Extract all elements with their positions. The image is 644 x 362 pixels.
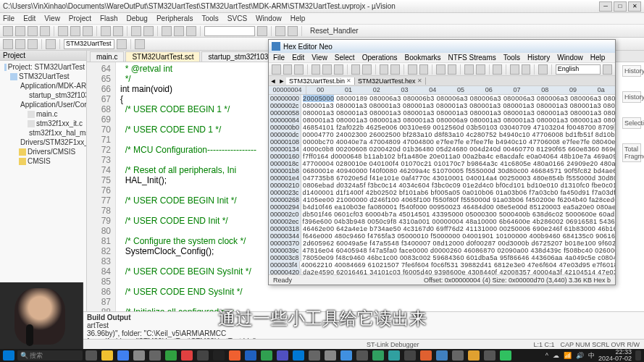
app-icon-8[interactable] <box>452 350 464 361</box>
paste-icon[interactable] <box>83 26 93 36</box>
keil-icon[interactable] <box>340 350 352 361</box>
tray-cloud-icon[interactable]: ☁ <box>553 352 559 359</box>
hex-grouping-icon[interactable] <box>448 64 457 75</box>
app-icon-2[interactable] <box>325 350 336 361</box>
hex-cut-icon[interactable] <box>311 64 321 75</box>
app-icon-9[interactable] <box>468 350 480 361</box>
nav-forward-icon[interactable] <box>143 26 154 36</box>
menu-tools[interactable]: Tools <box>202 14 219 22</box>
task-view-icon[interactable] <box>85 350 97 361</box>
hex-undo-icon[interactable] <box>351 64 361 75</box>
breakpoint-icon[interactable] <box>288 26 298 36</box>
menu-window[interactable]: Window <box>256 14 282 22</box>
tray-ime-icon[interactable]: 中 <box>588 351 595 361</box>
hex-layout2-icon[interactable] <box>522 64 531 75</box>
hex-menu-view[interactable]: View <box>311 54 327 62</box>
hex-menu-tools[interactable]: Tools <box>503 54 520 62</box>
github-icon[interactable] <box>213 350 225 361</box>
excel-icon[interactable] <box>261 350 272 361</box>
tree-item[interactable]: STM32UartTest <box>1 72 85 81</box>
menu-edit[interactable]: Edit <box>23 14 35 22</box>
word-icon[interactable] <box>245 350 256 361</box>
tray-chevron-icon[interactable]: ^ <box>545 352 548 359</box>
menu-file[interactable]: File <box>3 14 14 22</box>
find-combo[interactable] <box>204 26 255 36</box>
hex-neo-icon[interactable] <box>436 350 448 361</box>
redo-icon[interactable] <box>113 26 123 36</box>
target-options-icon[interactable] <box>117 39 127 49</box>
hex-new-icon[interactable] <box>272 64 281 75</box>
target-combo[interactable]: STM32UartTest <box>64 39 114 49</box>
tree-item[interactable]: Application/User/Core <box>1 100 85 109</box>
hex-menu-edit[interactable]: Edit <box>292 54 304 62</box>
build-icon[interactable] <box>3 39 13 49</box>
hex-menu-window[interactable]: Window <box>557 54 583 62</box>
tree-item[interactable]: Application/MDK-ARM <box>1 81 85 90</box>
system-tray[interactable]: ^ ☁ 📶 🔊 中 <box>545 351 595 361</box>
hex-columns-icon[interactable] <box>436 64 446 75</box>
menu-help[interactable]: Help <box>290 14 306 22</box>
hex-print-icon[interactable] <box>538 64 548 75</box>
menu-project[interactable]: Project <box>69 14 91 22</box>
save-icon[interactable] <box>28 26 38 36</box>
open-file-icon[interactable] <box>15 26 25 36</box>
undo-icon[interactable] <box>101 26 111 36</box>
close-icon[interactable]: ✕ <box>417 77 422 84</box>
cut-icon[interactable] <box>58 26 68 36</box>
hex-menu-bookmarks[interactable]: Bookmarks <box>405 54 441 62</box>
explorer-icon[interactable] <box>101 350 113 361</box>
chrome-icon[interactable] <box>181 350 193 361</box>
app-icon-7[interactable] <box>420 350 432 361</box>
hex-tab-hex[interactable]: STM32UartTest.hex✕ <box>355 77 426 85</box>
hex-history-panel-2[interactable]: History <box>622 91 641 103</box>
tree-item[interactable]: main.c <box>1 109 85 119</box>
vs-icon[interactable] <box>277 350 288 361</box>
rebuild-icon[interactable] <box>15 39 25 49</box>
app-icon-6[interactable] <box>404 350 416 361</box>
hex-encoding-combo[interactable]: English <box>556 64 601 75</box>
hex-copy-icon[interactable] <box>322 64 332 75</box>
new-file-icon[interactable] <box>3 26 13 36</box>
indent-icon[interactable] <box>174 26 184 36</box>
tree-item[interactable]: stm32f1xx_hal_msp.c <box>1 128 85 138</box>
wechat-icon[interactable] <box>165 350 177 361</box>
hex-menu-file[interactable]: File <box>273 54 285 62</box>
bookmark-icon[interactable] <box>162 26 172 36</box>
tree-item[interactable]: Drivers/CMSIS <box>1 147 85 156</box>
app-icon-10[interactable] <box>484 350 495 361</box>
maximize-button[interactable]: □ <box>614 1 627 12</box>
show-desktop-button[interactable] <box>635 350 641 361</box>
apple-icon[interactable] <box>149 350 161 361</box>
hex-tab-bin[interactable]: STM32UartTest.bin✕ <box>286 77 355 85</box>
hex-menu-ntfs[interactable]: NTFS Streams <box>448 54 496 62</box>
menu-view[interactable]: View <box>44 14 60 22</box>
copy-icon[interactable] <box>70 26 80 36</box>
hex-refresh-icon[interactable] <box>408 64 417 75</box>
hex-open-icon[interactable] <box>283 64 293 75</box>
app-icon-3[interactable] <box>356 350 368 361</box>
vscode-icon[interactable] <box>293 350 304 361</box>
outdent-icon[interactable] <box>186 26 196 36</box>
save-all-icon[interactable] <box>40 26 50 36</box>
hex-menu-operations[interactable]: Operations <box>362 54 398 62</box>
tree-item[interactable]: stm32f1xx_it.c <box>1 119 85 128</box>
taskbar-search[interactable]: 🔍 搜索 <box>17 350 83 361</box>
menu-flash[interactable]: Flash <box>100 14 117 22</box>
tab-main-c[interactable]: main.c <box>90 51 124 62</box>
tree-root[interactable]: Project: STM32UartTest <box>1 62 85 72</box>
hex-stats-icon[interactable] <box>476 64 485 75</box>
tree-item[interactable]: CMSIS <box>1 156 85 166</box>
hex-pattern-icon[interactable] <box>493 64 502 75</box>
powerpoint-icon[interactable] <box>229 350 241 361</box>
edge-icon[interactable] <box>117 350 129 361</box>
start-button[interactable] <box>3 350 14 361</box>
hex-struct-icon[interactable] <box>464 64 474 75</box>
hex-redo-icon[interactable] <box>362 64 372 75</box>
hex-fragment-panel[interactable]: Total Fragment <box>622 143 641 162</box>
app-icon-11[interactable] <box>500 350 511 361</box>
tray-network-icon[interactable]: 📶 <box>564 352 572 359</box>
hex-encoding-btn[interactable] <box>603 64 612 75</box>
hex-layout1-icon[interactable] <box>510 64 519 75</box>
app-icon-5[interactable] <box>388 350 400 361</box>
close-button[interactable]: ✕ <box>628 1 641 12</box>
